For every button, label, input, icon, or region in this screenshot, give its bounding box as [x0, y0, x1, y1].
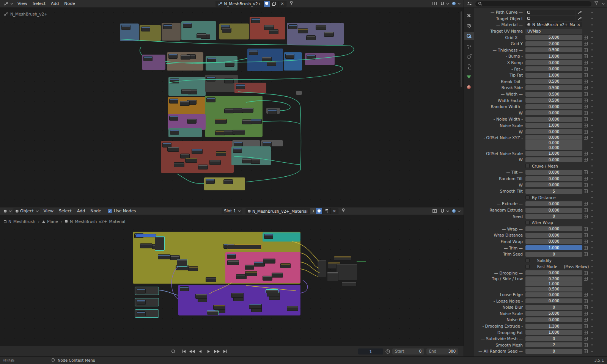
node[interactable]	[170, 78, 179, 83]
geometry-node-canvas[interactable]: N_MeshBrush_v2+	[0, 8, 464, 207]
animate-dot[interactable]	[591, 125, 593, 126]
animate-dot[interactable]	[591, 56, 593, 57]
animate-dot[interactable]	[591, 228, 593, 229]
node-frame[interactable]	[178, 285, 300, 315]
user-count-badge[interactable]: 3	[310, 208, 316, 214]
tab-modifiers[interactable]	[464, 32, 474, 40]
value-slider[interactable]: 0.500	[525, 287, 582, 292]
animate-dot[interactable]	[591, 172, 593, 173]
node-frame[interactable]	[161, 141, 234, 173]
node[interactable]	[206, 77, 215, 82]
node[interactable]	[249, 50, 258, 55]
input-attribute-toggle-icon[interactable]	[584, 92, 588, 96]
menu-view[interactable]: View	[41, 209, 56, 213]
node[interactable]	[251, 18, 260, 23]
value-slider[interactable]: 5.000	[525, 35, 582, 40]
node-frame[interactable]	[231, 146, 271, 165]
overlays-icon[interactable]	[451, 1, 461, 7]
eyedropper-button[interactable]	[576, 10, 582, 15]
next-keyframe-button[interactable]	[213, 348, 221, 355]
node[interactable]	[195, 294, 207, 299]
node[interactable]	[263, 259, 275, 264]
node[interactable]	[198, 165, 208, 169]
menu-select[interactable]: Select	[30, 1, 48, 6]
node[interactable]	[206, 97, 215, 102]
node-frame[interactable]	[205, 75, 238, 92]
node-frame[interactable]	[140, 25, 161, 41]
animate-dot[interactable]	[591, 332, 593, 333]
animate-dot[interactable]	[591, 159, 593, 160]
value-slider[interactable]: 0	[525, 336, 582, 341]
input-attribute-toggle-icon[interactable]	[584, 277, 588, 281]
node[interactable]	[264, 234, 273, 239]
menu-view[interactable]: View	[15, 1, 30, 6]
animate-dot[interactable]	[591, 165, 593, 166]
input-attribute-toggle-icon[interactable]	[584, 233, 588, 237]
input-attribute-toggle-icon[interactable]	[584, 152, 588, 155]
overlays-icon[interactable]	[451, 208, 461, 214]
value-slider[interactable]: 0.000	[525, 135, 582, 140]
value-slider[interactable]: 5	[525, 189, 582, 194]
jump-to-end-button[interactable]	[222, 348, 229, 355]
tab-object-data[interactable]	[464, 73, 474, 81]
split-view-icon[interactable]	[431, 208, 438, 214]
node[interactable]	[227, 254, 236, 259]
tab-material[interactable]	[464, 83, 474, 91]
animate-dot[interactable]	[591, 283, 593, 284]
value-slider[interactable]: 1.000	[525, 73, 582, 78]
animate-dot[interactable]	[591, 272, 593, 273]
node[interactable]	[263, 276, 272, 281]
animate-dot[interactable]	[591, 24, 593, 25]
input-attribute-toggle-icon[interactable]	[584, 80, 588, 83]
node-frame[interactable]	[232, 140, 260, 146]
node[interactable]	[177, 259, 187, 267]
animate-dot[interactable]	[591, 153, 593, 154]
node[interactable]	[216, 151, 226, 156]
copy-button[interactable]	[270, 1, 278, 7]
node[interactable]	[137, 300, 146, 305]
node[interactable]	[280, 263, 291, 268]
node[interactable]	[197, 33, 206, 38]
input-attribute-toggle-icon[interactable]	[584, 117, 588, 121]
node[interactable]	[169, 116, 178, 121]
value-slider[interactable]: 0.000	[525, 66, 582, 71]
animate-dot[interactable]	[591, 203, 593, 204]
node-frame[interactable]	[250, 17, 285, 39]
input-attribute-toggle-icon[interactable]	[584, 324, 588, 328]
animate-dot[interactable]	[591, 112, 593, 113]
tab-physics[interactable]	[464, 52, 474, 61]
input-attribute-toggle-icon[interactable]	[584, 227, 588, 231]
node-frame[interactable]	[168, 128, 202, 137]
input-attribute-toggle-icon[interactable]	[584, 293, 588, 297]
node-frame[interactable]	[168, 97, 206, 115]
input-attribute-toggle-icon[interactable]	[584, 331, 588, 334]
animate-dot[interactable]	[591, 278, 593, 279]
node-frame[interactable]	[142, 55, 165, 70]
input-attribute-toggle-icon[interactable]	[584, 61, 588, 64]
object-field[interactable]	[525, 10, 576, 15]
input-attribute-toggle-icon[interactable]	[584, 343, 588, 347]
breadcrumb-mesh[interactable]: Plane	[47, 219, 58, 224]
node[interactable]	[207, 311, 219, 315]
node[interactable]	[317, 260, 326, 277]
animate-dot[interactable]	[591, 241, 593, 242]
node[interactable]	[231, 293, 244, 298]
node-frame[interactable]	[168, 114, 206, 130]
fake-user-button[interactable]	[316, 208, 322, 214]
node[interactable]	[287, 306, 298, 311]
value-slider[interactable]: 0.500	[525, 79, 582, 84]
input-attribute-toggle-icon[interactable]	[584, 54, 588, 58]
animate-dot[interactable]	[591, 260, 593, 261]
value-slider[interactable]: 0.200	[525, 276, 582, 281]
animate-dot[interactable]	[591, 75, 593, 76]
input-attribute-toggle-icon[interactable]	[584, 158, 588, 162]
node[interactable]	[266, 289, 278, 293]
tab-particles[interactable]	[464, 42, 474, 50]
current-frame-field[interactable]: 1	[358, 348, 383, 355]
animate-dot[interactable]	[591, 235, 593, 236]
node[interactable]	[188, 266, 198, 271]
value-slider[interactable]: 0.000	[525, 110, 582, 115]
node[interactable]	[174, 162, 184, 167]
node[interactable]	[245, 271, 257, 276]
node[interactable]	[141, 27, 150, 31]
